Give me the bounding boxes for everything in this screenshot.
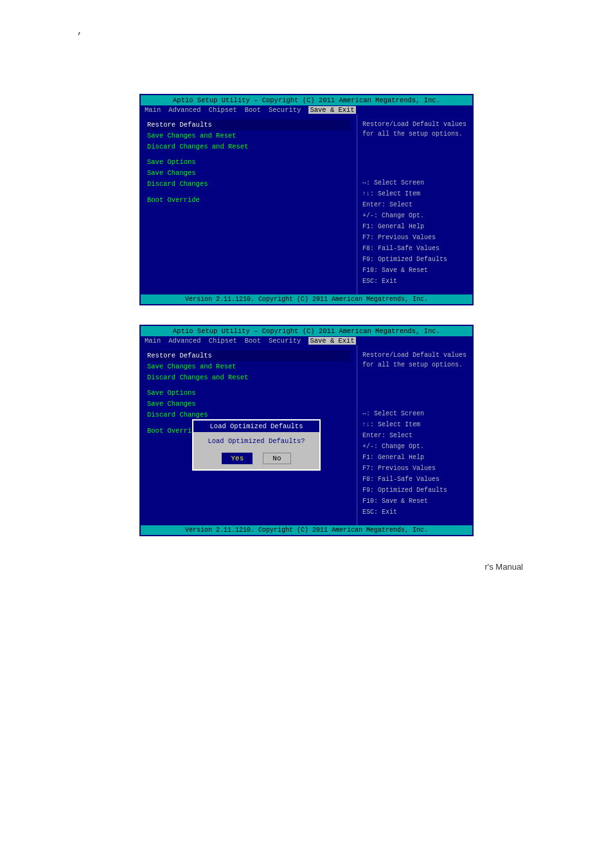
menu-advanced-2[interactable]: Advanced bbox=[168, 337, 200, 345]
load-defaults-dialog: Load Optimized Defaults Load Optimized D… bbox=[192, 419, 321, 471]
page-wrapper: , Aptio Setup Utility – Copyright (C) 20… bbox=[0, 0, 613, 868]
dialog-question: Load Optimized Defaults? bbox=[201, 437, 312, 445]
bios-screen-1: Aptio Setup Utility – Copyright (C) 2011… bbox=[139, 94, 474, 305]
section-gap-2a bbox=[147, 383, 350, 388]
bios-right-1: Restore/Load Default values for all the … bbox=[357, 114, 472, 294]
menu-security-1[interactable]: Security bbox=[269, 106, 301, 114]
item-discard-changes-reset-2[interactable]: Discard Changes and Reset bbox=[147, 372, 350, 383]
bios-left-2: Restore Defaults Save Changes and Reset … bbox=[141, 345, 357, 525]
section-gap-1b bbox=[147, 190, 350, 195]
item-restore-defaults-2[interactable]: Restore Defaults bbox=[147, 350, 350, 361]
bios-left-1: Restore Defaults Save Changes and Reset … bbox=[141, 114, 357, 294]
item-save-options-1[interactable]: Save Options bbox=[147, 157, 350, 168]
menu-security-2[interactable]: Security bbox=[269, 337, 301, 345]
menu-save-exit-2[interactable]: Save & Exit bbox=[308, 337, 355, 345]
dialog-no-button[interactable]: No bbox=[263, 453, 290, 464]
item-save-changes-2[interactable]: Save Changes bbox=[147, 399, 350, 410]
section-gap-1a bbox=[147, 152, 350, 157]
dialog-title: Load Optimized Defaults bbox=[193, 420, 319, 432]
help-text-2: Restore/Load Default values for all the … bbox=[362, 350, 467, 370]
bios-menu-bar-1: Main Advanced Chipset Boot Security Save… bbox=[141, 105, 472, 114]
bios-status-2: Version 2.11.1210. Copyright (C) 2011 Am… bbox=[141, 525, 472, 535]
item-save-changes-1[interactable]: Save Changes bbox=[147, 168, 350, 179]
menu-chipset-1[interactable]: Chipset bbox=[209, 106, 237, 114]
item-discard-changes-reset-1[interactable]: Discard Changes and Reset bbox=[147, 141, 350, 152]
item-discard-changes-1[interactable]: Discard Changes bbox=[147, 179, 350, 190]
top-comma: , bbox=[77, 26, 536, 36]
menu-main-2[interactable]: Main bbox=[145, 337, 161, 345]
bios-body-2: Restore Defaults Save Changes and Reset … bbox=[141, 345, 472, 525]
bios-title-2: Aptio Setup Utility – Copyright (C) 2011… bbox=[141, 326, 472, 336]
nav-help-2: ↔: Select Screen ↑↓: Select Item Enter: … bbox=[362, 408, 467, 518]
bios-title-1: Aptio Setup Utility – Copyright (C) 2011… bbox=[141, 95, 472, 105]
menu-advanced-1[interactable]: Advanced bbox=[168, 106, 200, 114]
item-save-changes-reset-1[interactable]: Save Changes and Reset bbox=[147, 131, 350, 141]
menu-chipset-2[interactable]: Chipset bbox=[209, 337, 237, 345]
bios-body-1: Restore Defaults Save Changes and Reset … bbox=[141, 114, 472, 294]
dialog-buttons: Yes No bbox=[201, 453, 312, 464]
bios-right-2: Restore/Load Default values for all the … bbox=[357, 345, 472, 525]
bottom-label: r's Manual bbox=[77, 562, 536, 572]
menu-main-1[interactable]: Main bbox=[145, 106, 161, 114]
item-save-options-2[interactable]: Save Options bbox=[147, 388, 350, 399]
menu-save-exit-1[interactable]: Save & Exit bbox=[308, 106, 355, 114]
dialog-yes-button[interactable]: Yes bbox=[222, 453, 253, 464]
bios-screen-2: Aptio Setup Utility – Copyright (C) 2011… bbox=[139, 325, 474, 536]
bios-menu-bar-2: Main Advanced Chipset Boot Security Save… bbox=[141, 336, 472, 345]
menu-boot-2[interactable]: Boot bbox=[245, 337, 261, 345]
bios-status-1: Version 2.11.1210. Copyright (C) 2011 Am… bbox=[141, 294, 472, 304]
nav-help-1: ↔: Select Screen ↑↓: Select Item Enter: … bbox=[362, 177, 467, 287]
item-save-changes-reset-2[interactable]: Save Changes and Reset bbox=[147, 361, 350, 372]
help-text-1: Restore/Load Default values for all the … bbox=[362, 120, 467, 139]
menu-boot-1[interactable]: Boot bbox=[245, 106, 261, 114]
item-boot-override-1[interactable]: Boot Override bbox=[147, 195, 350, 206]
item-restore-defaults-1[interactable]: Restore Defaults bbox=[147, 120, 350, 131]
